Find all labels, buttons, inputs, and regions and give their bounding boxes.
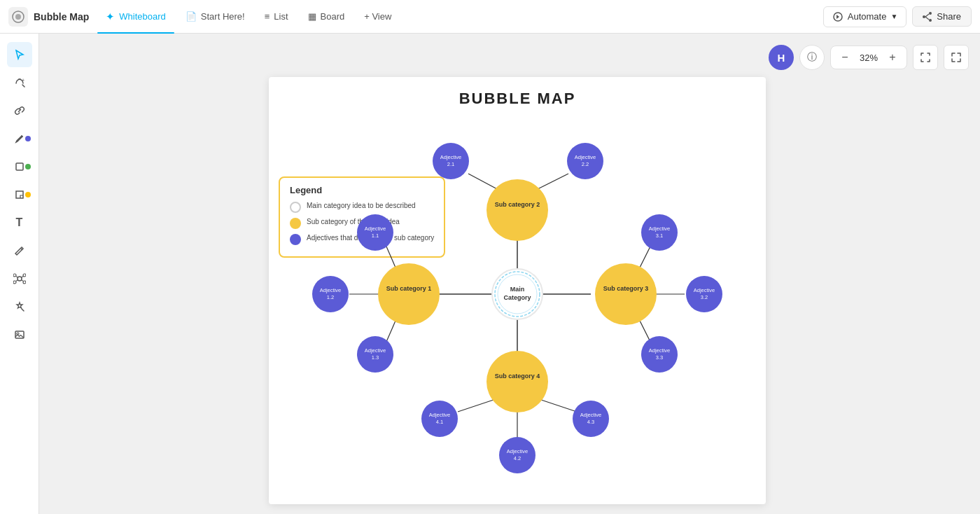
tab-board[interactable]: ▦ Board	[300, 4, 354, 29]
pen-color-dot	[25, 136, 31, 141]
svg-line-16	[15, 277, 18, 278]
svg-text:1.3: 1.3	[372, 354, 379, 361]
zoom-out-button[interactable]: −	[836, 49, 853, 66]
svg-point-22	[17, 333, 19, 335]
svg-text:Sub category 3: Sub category 3	[603, 285, 649, 292]
svg-line-30	[468, 174, 500, 190]
svg-point-5	[923, 15, 925, 18]
svg-line-19	[21, 280, 23, 282]
svg-line-17	[21, 277, 23, 278]
fullscreen-button[interactable]	[944, 45, 969, 70]
app-name: Bubble Map	[34, 11, 89, 22]
whiteboard-canvas[interactable]: BUBBLE MAP Legend Main category idea to …	[269, 77, 766, 504]
nav-right: Automate ▼ Share	[823, 6, 972, 27]
svg-text:4.2: 4.2	[514, 455, 521, 461]
user-avatar[interactable]: H	[769, 45, 794, 70]
zoom-in-button[interactable]: +	[884, 49, 901, 66]
svg-line-31	[535, 174, 568, 190]
share-button[interactable]: Share	[912, 6, 972, 27]
tool-link[interactable]	[7, 98, 32, 123]
svg-point-38	[378, 263, 440, 325]
tab-view-label: + View	[364, 11, 391, 22]
tab-board-label: Board	[321, 11, 345, 22]
automate-icon	[832, 11, 844, 22]
svg-point-4	[929, 19, 932, 22]
svg-text:Adjective: Adjective	[429, 412, 450, 418]
svg-point-14	[13, 281, 16, 284]
svg-text:3.3: 3.3	[656, 354, 663, 361]
svg-text:Main: Main	[510, 286, 525, 293]
tool-media[interactable]	[7, 322, 32, 347]
canvas-controls: H ⓘ − 32% +	[769, 45, 969, 70]
shape-color-dot	[25, 164, 31, 169]
canvas-area[interactable]: H ⓘ − 32% + BUBBLE MAP Legend	[39, 34, 980, 514]
top-nav: Bubble Map ✦ Whiteboard 📄 Start Here! ≡ …	[0, 0, 980, 34]
svg-line-7	[925, 17, 929, 20]
svg-text:Adjective: Adjective	[320, 287, 341, 293]
svg-point-13	[23, 274, 26, 277]
tool-select[interactable]	[7, 42, 32, 67]
svg-text:3.1: 3.1	[656, 232, 663, 239]
list-icon: ≡	[265, 11, 270, 22]
svg-text:Adjective: Adjective	[507, 448, 528, 454]
info-button[interactable]: ⓘ	[799, 45, 825, 70]
text-icon: T	[16, 216, 23, 229]
tool-draw-plus[interactable]: +	[7, 70, 32, 95]
svg-text:Sub category 1: Sub category 1	[386, 285, 432, 292]
tool-magic[interactable]	[7, 294, 32, 319]
svg-text:Adjective: Adjective	[365, 225, 386, 232]
start-here-icon: 📄	[186, 11, 197, 22]
board-icon: ▦	[308, 11, 316, 22]
tab-start-here-label: Start Here!	[201, 11, 245, 22]
svg-point-12	[13, 274, 16, 277]
svg-line-6	[925, 14, 929, 17]
svg-line-8	[22, 85, 24, 87]
bubble-map-svg: Sub category 1 Sub category 2 Sub catego…	[269, 77, 766, 504]
svg-text:Sub category 2: Sub category 2	[495, 201, 540, 208]
fit-icon	[920, 52, 931, 63]
svg-text:Category: Category	[503, 294, 531, 301]
chevron-down-icon: ▼	[890, 13, 897, 20]
tool-shape[interactable]	[7, 154, 32, 179]
tab-list[interactable]: ≡ List	[256, 4, 297, 29]
tool-note[interactable]	[7, 182, 32, 207]
zoom-level: 32%	[856, 53, 881, 63]
fullscreen-icon	[951, 52, 962, 63]
info-icon: ⓘ	[807, 51, 817, 64]
tab-start-here[interactable]: 📄 Start Here!	[177, 4, 253, 29]
tab-whiteboard[interactable]: ✦ Whiteboard	[97, 4, 174, 29]
svg-line-20	[22, 309, 24, 311]
fit-view-button[interactable]	[913, 45, 938, 70]
svg-text:2.2: 2.2	[582, 161, 589, 167]
svg-text:3.2: 3.2	[701, 294, 708, 300]
whiteboard-icon: ✦	[106, 11, 115, 23]
app-logo: Bubble Map	[8, 7, 89, 27]
svg-text:Adjective: Adjective	[649, 347, 670, 354]
svg-point-15	[23, 281, 26, 284]
note-color-dot	[25, 192, 31, 197]
svg-text:Adjective: Adjective	[649, 225, 670, 232]
automate-button[interactable]: Automate ▼	[823, 6, 907, 27]
svg-text:Adjective: Adjective	[365, 347, 386, 354]
svg-text:Adjective: Adjective	[575, 154, 596, 160]
svg-text:4.3: 4.3	[587, 419, 594, 425]
svg-point-3	[929, 12, 932, 15]
tool-mindmap[interactable]	[7, 266, 32, 291]
svg-text:1.2: 1.2	[327, 294, 334, 300]
svg-point-11	[18, 277, 22, 281]
main-layout: + T	[0, 34, 980, 514]
svg-text:Sub category 4: Sub category 4	[495, 373, 540, 380]
svg-text:2.1: 2.1	[447, 161, 454, 167]
logo-icon	[8, 7, 28, 27]
tool-text[interactable]: T	[7, 210, 32, 235]
svg-text:Adjective: Adjective	[694, 287, 715, 293]
svg-text:+: +	[22, 78, 24, 83]
svg-point-44	[486, 351, 548, 412]
zoom-controls: − 32% +	[830, 46, 907, 69]
svg-text:1.1: 1.1	[372, 232, 379, 239]
tool-pen[interactable]	[7, 126, 32, 151]
svg-point-40	[486, 179, 548, 241]
tab-view[interactable]: + View	[356, 4, 400, 29]
svg-text:4.1: 4.1	[436, 419, 443, 425]
tool-markup[interactable]	[7, 238, 32, 263]
